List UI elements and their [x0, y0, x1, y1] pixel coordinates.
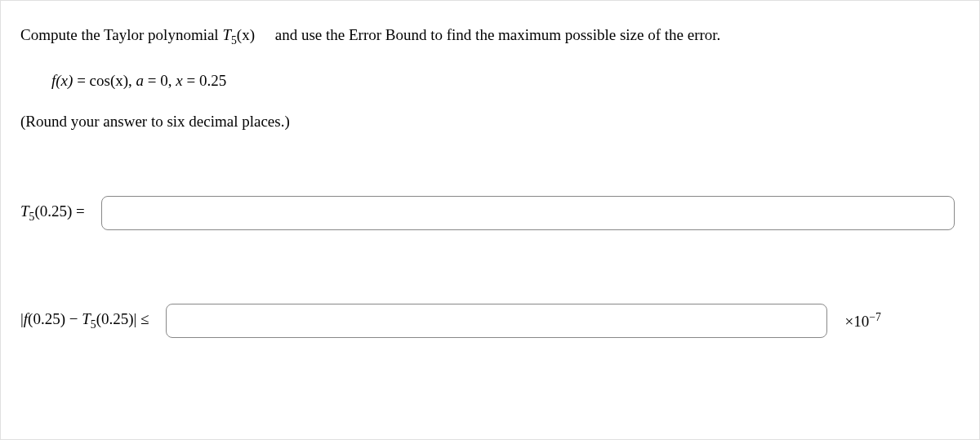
error-label: |f(0.25) − T5(0.25)| ≤	[20, 310, 166, 331]
error-Tsub: 5	[91, 318, 96, 331]
prompt-suffix: and use the Error Bound to find the maxi…	[271, 26, 720, 43]
formula-cos: cos	[90, 72, 110, 89]
error-T: T	[82, 310, 91, 327]
rounding-instruction: (Round your answer to six decimal places…	[20, 113, 960, 131]
poly-sub: 5	[231, 34, 237, 47]
taylor-label: T5(0.25) =	[20, 202, 101, 224]
poly-base: T	[222, 26, 231, 43]
error-value-input[interactable]	[166, 304, 827, 338]
error-exponent: −7	[869, 311, 881, 323]
formula-cos-arg: (x),	[110, 72, 136, 89]
formula-x: x	[176, 72, 182, 89]
error-suffix: ×10−7	[827, 311, 881, 331]
taylor-value-input[interactable]	[101, 196, 955, 230]
poly-arg: (x)	[237, 26, 255, 43]
error-arg1: (0.25) −	[28, 310, 82, 327]
poly-symbol: T5(x)	[222, 26, 271, 43]
error-arg2: (0.25)| ≤	[96, 310, 149, 327]
formula-lhs: f(x)	[51, 72, 73, 89]
answer-row-error: |f(0.25) − T5(0.25)| ≤ ×10−7	[20, 304, 960, 338]
error-times: ×10	[845, 313, 870, 330]
formula-a: a	[136, 72, 145, 89]
prompt-prefix: Compute the Taylor polynomial	[20, 26, 222, 43]
answer-row-taylor: T5(0.25) =	[20, 196, 960, 230]
formula-eq3: = 0.25	[183, 72, 226, 89]
taylor-base: T	[20, 202, 29, 220]
formula-eq1: =	[73, 72, 89, 89]
question-prompt: Compute the Taylor polynomial T5(x) and …	[20, 24, 960, 49]
taylor-arg: (0.25) =	[34, 202, 84, 220]
formula-eq2: = 0,	[144, 72, 176, 89]
formula-definition: f(x) = cos(x), a = 0, x = 0.25	[51, 72, 960, 90]
